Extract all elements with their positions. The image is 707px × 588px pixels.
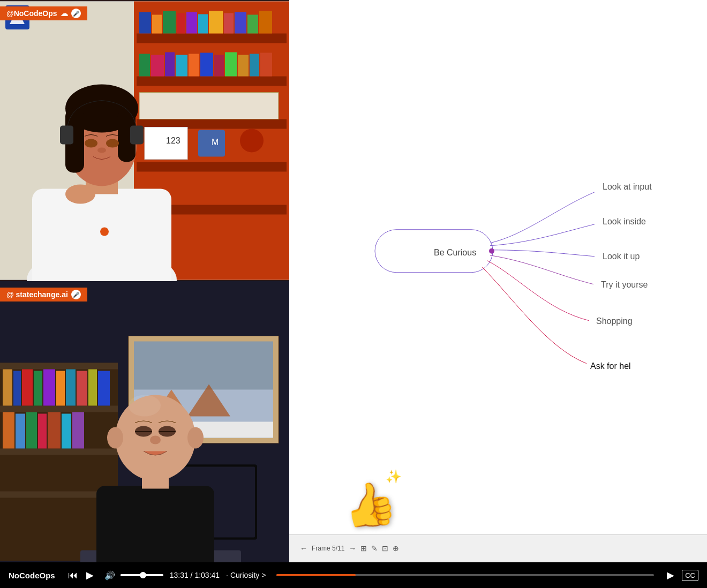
svg-rect-43 [60,126,73,145]
svg-rect-20 [151,55,164,77]
slide-next-button[interactable]: → [349,544,356,553]
volume-slider[interactable] [121,574,163,576]
chapter-label: · Curiosity > [226,571,266,579]
slide-toolbar[interactable]: ← Frame 5/11 → ⊞ ✎ ⊡ ⊕ [289,534,707,563]
player-controls[interactable]: NoCodeOps ⏮ ▶ 🔊 13:31 / 1:03:41 · Curios… [0,562,707,588]
svg-rect-27 [238,55,249,77]
webcam-bottom-username: @ statechange.ai [6,290,68,299]
svg-rect-3 [137,34,287,43]
slide-prev-button[interactable]: ← [300,544,307,553]
total-time: 1:03:41 [194,571,220,579]
svg-text:Look inside: Look inside [603,217,646,226]
webcam-top: 123 M [0,0,289,281]
volume-knob[interactable] [140,572,146,578]
playback-controls[interactable]: ⏮ ▶ [66,568,96,582]
slide-frame-info: Frame 5/11 [312,545,344,552]
slide-content: Be Curious Look at input Look inside Loo… [289,0,707,534]
svg-rect-44 [130,126,144,145]
svg-rect-12 [186,12,197,34]
play-button[interactable]: ▶ [84,568,96,582]
svg-rect-37 [32,189,171,282]
svg-text:M: M [212,138,219,147]
svg-rect-63 [56,371,65,406]
svg-point-93 [150,436,161,444]
svg-text:Try it yourse: Try it yourse [601,280,648,289]
svg-rect-60 [22,370,33,406]
svg-rect-59 [13,371,21,406]
svg-rect-18 [259,11,272,34]
progress-bar[interactable] [276,574,654,576]
current-time: 13:31 [170,571,189,579]
svg-rect-23 [189,54,199,77]
svg-point-47 [97,148,106,153]
svg-point-87 [107,427,123,449]
webcam-top-background: 123 M [0,0,289,281]
svg-point-104 [489,248,494,254]
svg-text:Ask for hel: Ask for hel [590,361,631,371]
webcam-bottom-background [0,281,289,562]
svg-rect-25 [214,55,224,77]
captions-button[interactable]: CC [682,570,698,581]
webcam-bottom-label: @ statechange.ai 🎤 [0,288,87,301]
svg-rect-84 [96,486,214,563]
svg-rect-13 [198,14,208,34]
svg-text:Look it up: Look it up [603,252,640,261]
svg-rect-22 [176,55,187,77]
slide-panel: Be Curious Look at input Look inside Loo… [289,0,707,562]
svg-point-46 [106,139,119,148]
webcam-top-icon: ☁ [61,9,68,18]
svg-rect-73 [62,414,71,449]
time-display: 13:31 / 1:03:41 [170,571,220,579]
svg-rect-4 [137,77,287,86]
svg-rect-35 [139,93,279,119]
svg-rect-70 [26,412,37,449]
progress-fill [276,574,356,576]
svg-point-88 [187,427,204,449]
skip-back-button[interactable]: ⏮ [66,569,80,582]
svg-rect-9 [152,15,162,34]
svg-rect-65 [77,371,87,406]
svg-rect-19 [139,54,150,77]
svg-rect-17 [247,15,258,34]
webcam-bottom-mic: 🎤 [71,290,81,299]
slide-fit-button[interactable]: ⊡ [382,544,388,553]
thumbs-up-icon: 👍 [339,476,401,534]
svg-rect-74 [72,412,84,449]
svg-rect-24 [200,53,213,77]
svg-rect-26 [225,52,237,77]
slide-edit-button[interactable]: ✎ [371,544,378,553]
svg-rect-71 [38,414,47,449]
webcam-panel: 123 M [0,0,289,562]
slide-grid-button[interactable]: ⊞ [360,544,367,553]
thumbs-up-animation: ✨ 👍 [343,480,396,530]
svg-rect-62 [43,370,55,406]
volume-control[interactable]: 🔊 [102,569,163,582]
svg-point-48 [65,185,95,204]
svg-rect-69 [16,414,25,449]
svg-text:Shopping: Shopping [596,316,633,326]
svg-point-94 [129,395,161,417]
channel-name: NoCodeOps [9,571,55,580]
svg-rect-68 [3,412,14,449]
svg-rect-6 [137,162,287,172]
svg-point-34 [240,129,264,153]
svg-rect-14 [209,11,223,34]
svg-text:Be Curious: Be Curious [434,248,476,257]
right-controls[interactable]: ▶ CC [665,568,698,582]
svg-rect-8 [139,12,151,34]
svg-rect-21 [165,52,175,77]
svg-rect-67 [98,371,110,406]
play-right-button[interactable]: ▶ [665,568,676,582]
svg-rect-28 [250,54,259,77]
svg-rect-72 [48,412,61,449]
svg-point-45 [85,139,97,148]
slide-zoom-button[interactable]: ⊕ [393,544,399,553]
webcam-top-mic: 🎤 [71,9,81,18]
webcam-top-label: @NoCodeOps ☁ 🎤 [0,6,87,20]
volume-button[interactable]: 🔊 [102,569,117,582]
svg-rect-56 [0,449,118,455]
svg-rect-58 [3,370,12,406]
svg-text:Look at input: Look at input [603,182,652,191]
svg-rect-11 [177,13,185,34]
svg-rect-29 [260,53,272,77]
